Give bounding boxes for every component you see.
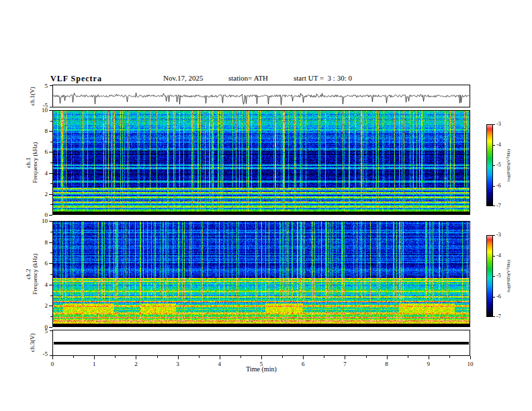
ch2-spec-y-tick-label: 4	[35, 281, 48, 288]
colorbar-1-tick	[493, 124, 495, 125]
figure-station: station= ATH	[228, 74, 268, 82]
ch2-spectrogram-canvas	[53, 222, 470, 326]
colorbar-1-tick-label: -4	[496, 142, 507, 148]
ch2-spec-y-minor-tick	[50, 274, 52, 275]
colorbar-2-tick	[493, 297, 495, 298]
x-axis-tick-label: 2	[129, 361, 142, 367]
ch2-spec-y-tick	[49, 285, 52, 285]
ch2-spec-y-tick	[49, 306, 52, 306]
x-axis-tick	[52, 356, 53, 359]
x-axis-tick	[136, 356, 136, 359]
x-axis-tick-label: 0	[46, 361, 59, 367]
x-axis-minor-tick	[324, 356, 324, 358]
ch1-spec-y-minor-tick	[50, 121, 52, 122]
ch1-waveform-panel	[52, 85, 470, 107]
ch1-spec-y-tick-label: 4	[35, 170, 48, 177]
ch2-spec-y-tick-label: 10	[35, 218, 48, 224]
ch1-spec-y-tick	[49, 131, 52, 132]
ch1-spec-channel-label: ch.1	[25, 142, 32, 183]
x-axis-tick-label: 4	[213, 361, 226, 367]
x-axis-tick	[387, 356, 388, 359]
ch3-flatline	[54, 342, 469, 345]
ch2-spec-y-tick	[49, 263, 52, 264]
ch2-spec-channel-label: ch.2	[25, 253, 32, 294]
x-axis-minor-tick	[157, 356, 158, 358]
colorbar-1-tick-label: -5	[496, 162, 507, 169]
colorbar-1	[486, 124, 493, 206]
colorbar-1-tick-label: -6	[496, 183, 507, 189]
colorbar-2-tick-label: -5	[496, 273, 507, 279]
ch2-spec-y-tick	[49, 242, 52, 243]
ch1-wave-y-ymax-label: 5	[35, 83, 48, 89]
ch1-spec-y-tick	[49, 215, 52, 216]
ch2-spec-y-minor-tick	[50, 316, 52, 317]
x-axis-tick-label: 7	[338, 361, 351, 367]
colorbar-2-tick-label: -6	[496, 293, 507, 300]
ch2-spec-y-tick-label: 8	[35, 239, 48, 246]
colorbar-2	[486, 235, 493, 317]
colorbar-1-tick-label: -3	[496, 121, 507, 128]
figure-start-ut: start UT = 3 : 30: 0	[294, 74, 352, 82]
figure-date: Nov.17, 2025	[163, 74, 203, 82]
ch1-spec-y-minor-tick	[50, 163, 52, 163]
x-axis-minor-tick	[199, 356, 200, 358]
x-axis-tick	[178, 356, 179, 359]
x-axis-tick	[94, 356, 95, 359]
x-axis-minor-tick	[115, 356, 116, 358]
ch1-spec-y-tick	[49, 152, 52, 152]
ch2-spec-y-tick-label: 6	[35, 260, 48, 267]
ch3-wave-y-ymin-tick	[50, 355, 52, 356]
colorbar-2-tick-label: -7	[496, 314, 507, 320]
ch1-wave-y-ymin-tick	[50, 107, 52, 107]
colorbar-2-tick	[493, 316, 495, 317]
ch1-spec-y-tick-label: 8	[35, 128, 48, 134]
x-axis-tick	[470, 356, 471, 359]
x-axis-tick-label: 9	[422, 361, 435, 367]
colorbar-1-tick	[493, 205, 495, 206]
ch2-spectrogram-panel	[52, 221, 470, 327]
x-axis-tick	[303, 356, 304, 359]
x-axis-tick	[345, 356, 345, 359]
ch1-spec-y-minor-tick	[50, 183, 52, 184]
ch1-spec-y-tick	[49, 110, 52, 111]
ch2-spec-y-tick-label: 2	[35, 302, 48, 309]
ch2-spec-y-minor-tick	[50, 232, 52, 232]
colorbar-2-tick	[493, 276, 495, 277]
ch3-wave-y-ymin-label: -5	[35, 351, 48, 357]
ch1-wave-y-ymin-label: -5	[35, 102, 48, 109]
ch1-spec-y-tick	[49, 173, 52, 174]
colorbar-1-tick	[493, 145, 495, 146]
ch2-spec-y-minor-tick	[50, 253, 52, 253]
x-axis-tick-label: 10	[463, 361, 477, 367]
x-axis-minor-tick	[240, 356, 241, 358]
x-axis-tick-label: 5	[255, 361, 268, 367]
x-axis-tick	[220, 356, 220, 359]
x-axis-tick-label: 1	[87, 361, 101, 367]
ch1-spec-y-tick	[49, 194, 52, 195]
x-axis-minor-tick	[366, 356, 367, 358]
ch2-spec-y-tick	[49, 327, 52, 328]
ch1-spec-y-tick-label: 6	[35, 148, 48, 155]
x-axis-minor-tick	[449, 356, 450, 358]
x-axis-tick-label: 3	[171, 361, 185, 367]
colorbar-2-tick	[493, 235, 495, 236]
x-axis-tick-label: 6	[296, 361, 310, 367]
colorbar-2-tick-label: -3	[496, 232, 507, 238]
ch3-waveform-panel	[52, 330, 470, 356]
ch3-wave-axis-label: ch.3(V)	[29, 333, 36, 352]
colorbar-2-tick	[493, 256, 495, 257]
ch1-spec-y-minor-tick	[50, 142, 52, 142]
colorbar-1-tick	[493, 186, 495, 187]
colorbar-1-tick	[493, 165, 495, 166]
ch1-spectrogram-canvas	[53, 111, 470, 214]
colorbar-2-tick-label: -4	[496, 253, 507, 259]
ch1-waveform-canvas	[53, 85, 470, 107]
x-axis-tick	[261, 356, 262, 359]
figure-title: VLF Spectra	[50, 74, 102, 84]
colorbar-1-tick-label: -7	[496, 203, 507, 210]
vlf-spectra-figure: VLF Spectra Nov.17, 2025 station= ATH st…	[0, 0, 532, 411]
x-axis-minor-tick	[282, 356, 283, 358]
ch1-wave-y-ymax-tick	[50, 85, 52, 86]
ch1-spectrogram-panel	[52, 110, 470, 215]
x-axis-tick-label: 8	[380, 361, 394, 367]
